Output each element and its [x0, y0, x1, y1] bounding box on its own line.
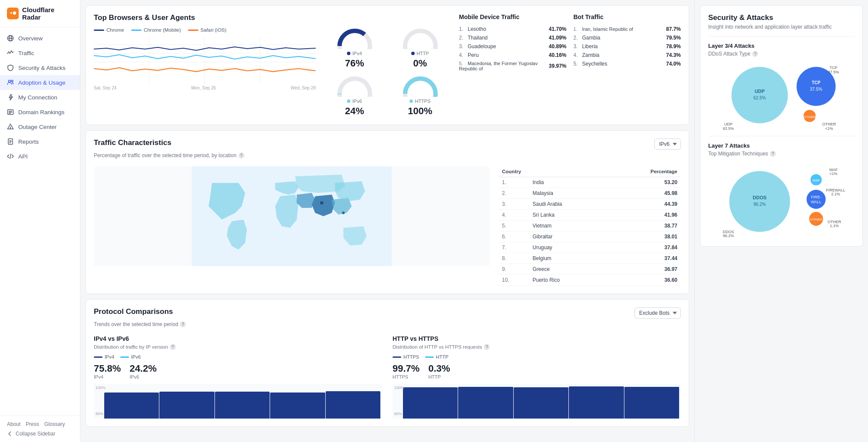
sidebar-item-traffic[interactable]: Traffic [0, 46, 80, 60]
ipv4-stat-value: 75.8% [94, 363, 121, 374]
mobile-traffic-row-1: 1.Lesotho 41.70% [459, 25, 567, 33]
legend-ipv4: IPv4 [94, 354, 114, 360]
col-country: Country [498, 166, 608, 177]
security-attacks-title: Security & Attacks [708, 13, 855, 22]
https-donut-svg [401, 74, 440, 97]
xaxis-label-1: Mon, Sep 26 [191, 86, 216, 90]
sidebar-item-domain-rankings[interactable]: Domain Rankings [0, 105, 80, 119]
svg-text:WALL: WALL [811, 200, 821, 204]
proto-help-icon[interactable]: ? [180, 321, 186, 327]
proto-grid: IPv4 vs IPv6 Distribution of traffic by … [94, 335, 681, 419]
footer-links: About Press Glossary [7, 421, 73, 427]
http-stat-value: 0.3% [428, 363, 450, 374]
about-link[interactable]: About [7, 421, 20, 427]
logo-text: Cloudflare Radar [22, 6, 73, 21]
center-area: Top Browsers & User Agents Chrome Chrome… [80, 0, 694, 442]
svg-text:TCP: TCP [830, 66, 838, 70]
ipv4-label-text: IPv4 [352, 51, 362, 56]
svg-text:<1%: <1% [825, 126, 833, 130]
http-stat-block: 0.3% HTTP [428, 363, 450, 379]
sidebar-item-overview[interactable]: Overview [0, 31, 80, 46]
svg-text:OTHER: OTHER [810, 218, 822, 221]
sidebar-item-reports[interactable]: Reports [0, 134, 80, 149]
sidebar-item-my-connection[interactable]: My Connection [0, 90, 80, 105]
mobile-traffic-row-5: 5.Macedonia, the Former Yugoslav Republi… [459, 59, 567, 73]
ipv4-ipv6-desc: Distribution of traffic by IP version ? [94, 344, 382, 350]
layer7-help-icon[interactable]: ? [770, 151, 776, 157]
https-stat: HTTPS 100% [390, 74, 450, 117]
legend-https: HTTPS [393, 354, 419, 360]
layer34-section: Layer 3/4 Attacks DDoS Attack Type ? UDP… [708, 43, 855, 130]
top-browsers-title: Top Browsers & User Agents [94, 13, 316, 22]
ipv4-value: 76% [345, 58, 364, 69]
sidebar-item-api[interactable]: API [0, 149, 80, 164]
legend-chrome-label: Chrome [106, 27, 124, 33]
proto-title: Protocol Comparisons [94, 307, 186, 316]
chevron-left-icon [7, 431, 13, 437]
http-stat: HTTP 0% [390, 26, 450, 69]
sidebar-item-label-outage: Outage Center [18, 124, 57, 130]
sidebar-item-label-overview: Overview [18, 35, 43, 42]
sidebar-item-adoption-usage[interactable]: Adoption & Usage [0, 75, 80, 90]
xaxis-label-0: Sat, Sep 24 [94, 86, 116, 90]
activity-icon [7, 49, 14, 56]
layer34-bubble-chart: UDP 62.5% TCP 37.5% OTHER UDP 62.5% TCP [708, 60, 855, 130]
http-https-help-icon[interactable]: ? [484, 344, 490, 350]
mobile-traffic-row-2: 2.Thailand 41.09% [459, 33, 567, 42]
ipv4-legend-dash [94, 356, 102, 358]
svg-text:TCP: TCP [812, 80, 821, 85]
mobile-traffic-row-3: 3.Guadeloupe 40.89% [459, 42, 567, 51]
svg-line-16 [10, 154, 11, 159]
legend-safari-ios: Safari (iOS) [188, 27, 227, 33]
world-map-container [94, 166, 490, 286]
table-row: 8. Belgium 37.44 [498, 253, 681, 264]
ipv4-donut [335, 26, 374, 49]
table-row: 6. Gibraltar 38.01 [498, 231, 681, 242]
svg-point-26 [405, 31, 436, 49]
https-legend-dash [393, 356, 401, 358]
ipv4-ipv6-bars [94, 384, 382, 419]
cloudflare-logo-icon [7, 7, 19, 20]
divider-1 [708, 36, 855, 36]
legend-safari-dot [188, 30, 198, 31]
tc-help-icon[interactable]: ? [238, 152, 244, 158]
mobile-traffic-row-4: 4.Peru 40.16% [459, 51, 567, 59]
sidebar-item-label-connection: My Connection [18, 94, 57, 101]
table-row: 4. Sri Lanka 41.96 [498, 210, 681, 221]
ipv4-dot [347, 52, 350, 55]
ipv6-stat-block: 24.2% IPv6 [129, 363, 156, 379]
http-value: 0% [413, 58, 427, 69]
table-row: 1. India 53.20 [498, 177, 681, 188]
tc-dropdown[interactable]: IPv6 IPv4 [654, 139, 681, 150]
layer34-help-icon[interactable]: ? [752, 51, 758, 57]
collapse-sidebar-label: Collapse Sidebar [16, 431, 55, 437]
press-link[interactable]: Press [26, 421, 39, 427]
svg-text:96.2%: 96.2% [723, 234, 734, 238]
sidebar-item-security-attacks[interactable]: Security & Attacks [0, 60, 80, 75]
collapse-sidebar-button[interactable]: Collapse Sidebar [7, 431, 73, 437]
svg-point-25 [340, 31, 370, 49]
traffic-tables-section: Mobile Device Traffic 1.Lesotho 41.70% 2… [459, 13, 681, 73]
https-donut [401, 74, 440, 97]
svg-text:2.1%: 2.1% [831, 192, 840, 196]
svg-point-33 [342, 211, 345, 214]
https-stat-label: HTTPS [393, 374, 419, 379]
layer34-bubbles-svg: UDP 62.5% TCP 37.5% OTHER UDP 62.5% TCP [708, 60, 855, 130]
security-attacks-subtitle: Insight into network and application lay… [708, 24, 855, 30]
proto-dropdown[interactable]: Exclude Bots Include Bots [634, 307, 681, 319]
tc-body: Country Percentage 1. India 53.20 [94, 166, 681, 286]
legend-chrome-mobile: Chrome (Mobile) [131, 27, 181, 33]
ipv4-ipv6-help-icon[interactable]: ? [170, 344, 176, 350]
file-icon [7, 138, 14, 145]
legend-safari-label: Safari (iOS) [201, 27, 227, 33]
zap-icon [7, 94, 14, 101]
ipv6-dot [347, 99, 350, 103]
http-donut-svg [401, 26, 440, 49]
svg-point-34 [732, 67, 788, 123]
ipv4-stat-label: IPv4 [94, 374, 121, 379]
sidebar-item-outage-center[interactable]: Outage Center [0, 119, 80, 134]
tc-subtitle-text: Percentage of traffic over the selected … [94, 152, 237, 158]
svg-text:1.1%: 1.1% [830, 224, 839, 228]
sidebar-item-label-reports: Reports [18, 139, 39, 145]
glossary-link[interactable]: Glossary [44, 421, 65, 427]
